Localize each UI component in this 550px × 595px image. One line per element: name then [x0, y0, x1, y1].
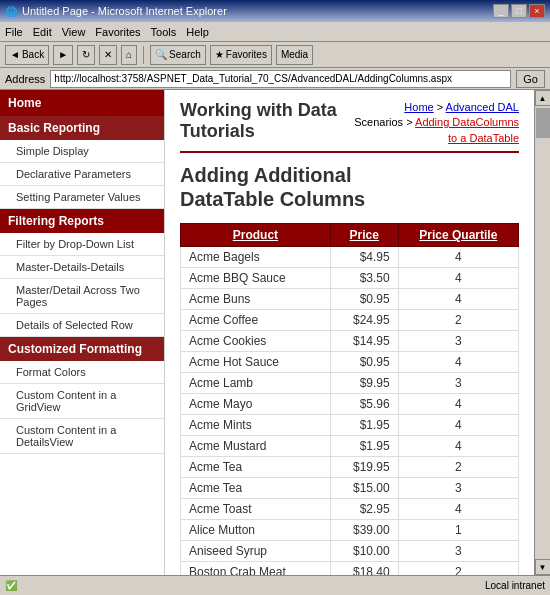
- maximize-button[interactable]: □: [511, 4, 527, 18]
- col-price[interactable]: Price: [330, 224, 398, 247]
- sidebar-home[interactable]: Home: [0, 90, 164, 116]
- star-icon: ★: [215, 49, 224, 60]
- sidebar-item-simple-display[interactable]: Simple Display: [0, 140, 164, 163]
- breadcrumb-section[interactable]: Advanced DAL: [446, 101, 519, 113]
- forward-icon: ►: [58, 49, 68, 60]
- sidebar-section-custom: Customized Formatting: [0, 337, 164, 361]
- cell-product: Acme Mints: [181, 415, 331, 436]
- sidebar-item-custom-gridview[interactable]: Custom Content in a GridView: [0, 384, 164, 419]
- sidebar-section-basic: Basic Reporting: [0, 116, 164, 140]
- search-icon: 🔍: [155, 49, 167, 60]
- status-zone: Local intranet: [485, 580, 545, 591]
- stop-icon: ✕: [104, 49, 112, 60]
- title-bar: 🌐 Untitled Page - Microsoft Internet Exp…: [0, 0, 550, 22]
- table-row[interactable]: Acme Bagels$4.954: [181, 247, 519, 268]
- back-button[interactable]: ◄ Back: [5, 45, 49, 65]
- sidebar-item-format-colors[interactable]: Format Colors: [0, 361, 164, 384]
- scroll-thumb[interactable]: [536, 108, 550, 138]
- menu-help[interactable]: Help: [186, 26, 209, 38]
- cell-quartile: 4: [398, 268, 518, 289]
- cell-product: Alice Mutton: [181, 520, 331, 541]
- cell-price: $1.95: [330, 415, 398, 436]
- sidebar-item-master-details[interactable]: Master-Details-Details: [0, 256, 164, 279]
- sidebar-item-details-selected[interactable]: Details of Selected Row: [0, 314, 164, 337]
- refresh-button[interactable]: ↻: [77, 45, 95, 65]
- menu-favorites[interactable]: Favorites: [95, 26, 140, 38]
- cell-quartile: 3: [398, 331, 518, 352]
- sidebar-item-setting-params[interactable]: Setting Parameter Values: [0, 186, 164, 209]
- address-input[interactable]: [50, 70, 511, 88]
- search-button[interactable]: 🔍 Search: [150, 45, 206, 65]
- sidebar-item-declarative-params[interactable]: Declarative Parameters: [0, 163, 164, 186]
- menu-view[interactable]: View: [62, 26, 86, 38]
- toolbar-separator: [143, 46, 144, 64]
- menu-edit[interactable]: Edit: [33, 26, 52, 38]
- menu-tools[interactable]: Tools: [151, 26, 177, 38]
- sidebar-item-master-detail-pages[interactable]: Master/Detail Across Two Pages: [0, 279, 164, 314]
- cell-price: $15.00: [330, 478, 398, 499]
- home-button[interactable]: ⌂: [121, 45, 137, 65]
- scroll-down-button[interactable]: ▼: [535, 559, 551, 575]
- cell-product: Acme Bagels: [181, 247, 331, 268]
- table-row[interactable]: Acme Buns$0.954: [181, 289, 519, 310]
- table-row[interactable]: Acme BBQ Sauce$3.504: [181, 268, 519, 289]
- table-row[interactable]: Aniseed Syrup$10.003: [181, 541, 519, 562]
- cell-product: Acme Hot Sauce: [181, 352, 331, 373]
- table-row[interactable]: Acme Cookies$14.953: [181, 331, 519, 352]
- table-row[interactable]: Alice Mutton$39.001: [181, 520, 519, 541]
- sidebar: Home Basic Reporting Simple Display Decl…: [0, 90, 165, 575]
- sidebar-section-filtering: Filtering Reports: [0, 209, 164, 233]
- table-row[interactable]: Acme Lamb$9.953: [181, 373, 519, 394]
- window-controls[interactable]: _ □ ×: [493, 4, 545, 18]
- scroll-up-button[interactable]: ▲: [535, 90, 551, 106]
- cell-product: Acme Toast: [181, 499, 331, 520]
- cell-product: Acme Mayo: [181, 394, 331, 415]
- col-quartile[interactable]: Price Quartile: [398, 224, 518, 247]
- table-row[interactable]: Acme Mustard$1.954: [181, 436, 519, 457]
- col-product[interactable]: Product: [181, 224, 331, 247]
- breadcrumb: Home > Advanced DAL Scenarios > Adding D…: [349, 100, 519, 146]
- table-row[interactable]: Acme Mayo$5.964: [181, 394, 519, 415]
- cell-product: Acme Lamb: [181, 373, 331, 394]
- cell-product: Acme Mustard: [181, 436, 331, 457]
- page-title: Adding Additional DataTable Columns: [180, 163, 519, 211]
- go-button[interactable]: Go: [516, 70, 545, 88]
- page-header: Working with Data Tutorials Home > Advan…: [180, 100, 519, 153]
- status-bar: ✅ Local intranet: [0, 575, 550, 595]
- breadcrumb-home[interactable]: Home: [404, 101, 433, 113]
- favorites-button[interactable]: ★ Favorites: [210, 45, 272, 65]
- close-button[interactable]: ×: [529, 4, 545, 18]
- data-table: Product Price Price Quartile Acme Bagels…: [180, 223, 519, 575]
- table-row[interactable]: Acme Coffee$24.952: [181, 310, 519, 331]
- cell-product: Acme Tea: [181, 478, 331, 499]
- cell-quartile: 4: [398, 247, 518, 268]
- table-row[interactable]: Acme Toast$2.954: [181, 499, 519, 520]
- menu-file[interactable]: File: [5, 26, 23, 38]
- cell-product: Acme Coffee: [181, 310, 331, 331]
- cell-price: $0.95: [330, 289, 398, 310]
- address-bar: Address Go: [0, 68, 550, 90]
- table-row[interactable]: Acme Tea$15.003: [181, 478, 519, 499]
- table-row[interactable]: Acme Tea$19.952: [181, 457, 519, 478]
- toolbar: ◄ Back ► ↻ ✕ ⌂ 🔍 Search ★ Favorites Medi…: [0, 42, 550, 68]
- cell-quartile: 4: [398, 289, 518, 310]
- forward-button[interactable]: ►: [53, 45, 73, 65]
- sidebar-item-custom-detailsview[interactable]: Custom Content in a DetailsView: [0, 419, 164, 454]
- status-text: ✅: [5, 580, 17, 591]
- sidebar-item-filter-dropdown[interactable]: Filter by Drop-Down List: [0, 233, 164, 256]
- cell-quartile: 4: [398, 436, 518, 457]
- media-button[interactable]: Media: [276, 45, 313, 65]
- cell-quartile: 3: [398, 541, 518, 562]
- scrollbar[interactable]: ▲ ▼: [534, 90, 550, 575]
- cell-quartile: 1: [398, 520, 518, 541]
- cell-price: $14.95: [330, 331, 398, 352]
- cell-product: Acme BBQ Sauce: [181, 268, 331, 289]
- cell-price: $3.50: [330, 268, 398, 289]
- table-row[interactable]: Boston Crab Meat$18.402: [181, 562, 519, 575]
- minimize-button[interactable]: _: [493, 4, 509, 18]
- table-row[interactable]: Acme Hot Sauce$0.954: [181, 352, 519, 373]
- table-row[interactable]: Acme Mints$1.954: [181, 415, 519, 436]
- stop-button[interactable]: ✕: [99, 45, 117, 65]
- cell-price: $5.96: [330, 394, 398, 415]
- cell-product: Boston Crab Meat: [181, 562, 331, 575]
